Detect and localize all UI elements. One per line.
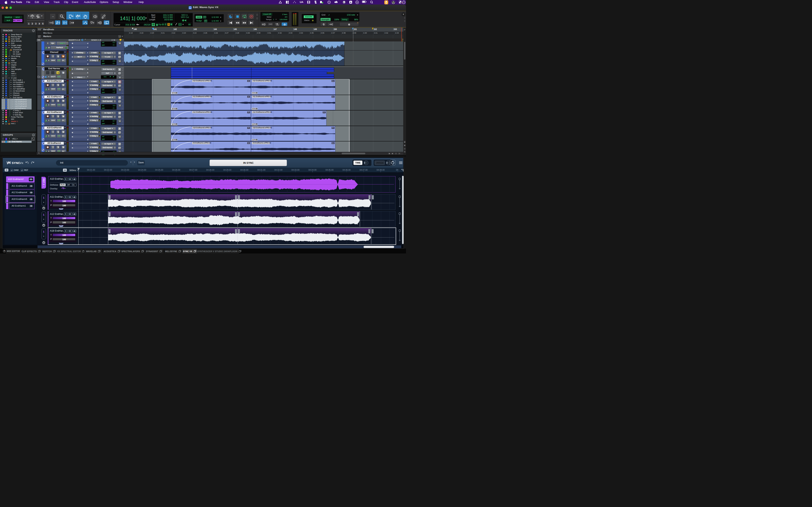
svg-text:SESSION: SESSION [189, 8, 192, 9]
svg-text:z: z [33, 139, 34, 140]
svg-text:P: P [251, 15, 252, 18]
svg-text:a: a [32, 138, 33, 139]
